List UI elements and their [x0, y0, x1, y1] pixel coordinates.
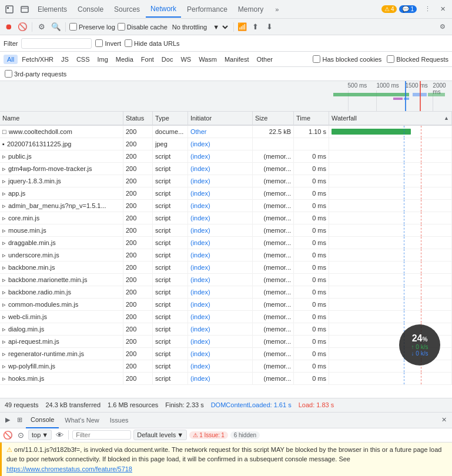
- table-row[interactable]: ▹api-request.min.js200script(index)(memo…: [0, 336, 452, 348]
- throttle-select[interactable]: ▼: [209, 23, 230, 31]
- table-row[interactable]: ▹underscore.min.js200script(index)(memor…: [0, 249, 452, 262]
- console-filter-input[interactable]: [72, 430, 131, 440]
- toolbar-settings-icon[interactable]: ⚙: [436, 20, 450, 34]
- table-row[interactable]: ▹hooks.min.js200script(index)(memor...0 …: [0, 373, 452, 385]
- table-body[interactable]: □www.cooltechdoll.com200docume...Other22…: [0, 126, 452, 398]
- invert-label[interactable]: Invert: [95, 39, 121, 47]
- table-row[interactable]: ▹gtm4wp-form-move-tracker.js200script(in…: [0, 163, 452, 175]
- console-levels-button[interactable]: Default levels ▼: [133, 430, 187, 440]
- tab-performance[interactable]: Performance: [182, 1, 232, 18]
- download-button[interactable]: ⬇: [263, 21, 275, 33]
- alert-badge-blue[interactable]: 💬 1: [399, 5, 417, 13]
- record-button[interactable]: ⏺: [2, 21, 14, 33]
- col-header-initiator[interactable]: Initiator: [188, 112, 253, 125]
- waterfall-dcl-line: [404, 286, 404, 298]
- type-btn-other[interactable]: Other: [253, 55, 276, 64]
- col-header-waterfall[interactable]: Waterfall ▲: [329, 112, 452, 125]
- console-expand-icon[interactable]: ▶: [2, 415, 13, 425]
- console-top-button[interactable]: top ▼: [28, 430, 52, 440]
- cell-time: 0 ms: [294, 163, 329, 175]
- type-btn-js[interactable]: JS: [58, 55, 72, 64]
- console-tab-issues[interactable]: Issues: [105, 412, 133, 428]
- alert-badge-yellow[interactable]: ⚠ 4: [381, 5, 397, 13]
- console-tab-console[interactable]: Console: [26, 412, 59, 428]
- table-row[interactable]: ▹core.min.js200script(index)(memor...0 m…: [0, 212, 452, 224]
- console-eye-button[interactable]: 👁: [54, 430, 65, 440]
- type-btn-img[interactable]: Img: [94, 55, 112, 64]
- cell-initiator: (index): [188, 237, 253, 249]
- tab-sources[interactable]: Sources: [109, 1, 145, 18]
- preserve-log-checkbox[interactable]: [69, 23, 77, 31]
- table-row[interactable]: ▹backbone.radio.min.js200script(index)(m…: [0, 286, 452, 299]
- has-blocked-checkbox[interactable]: [313, 55, 320, 63]
- table-row[interactable]: ▹wp-polyfill.min.js200script(index)(memo…: [0, 360, 452, 373]
- type-btn-doc[interactable]: Doc: [158, 55, 177, 64]
- col-header-time[interactable]: Time: [294, 112, 329, 125]
- table-row[interactable]: ▹mouse.min.js200script(index)(memor...0 …: [0, 224, 452, 237]
- table-row[interactable]: ▹regenerator-runtime.min.js200script(ind…: [0, 348, 452, 360]
- table-row[interactable]: ▹app.js200script(index)(memor...0 ms: [0, 187, 452, 200]
- stop-button[interactable]: 🚫: [16, 21, 28, 33]
- hide-data-urls-label[interactable]: Hide data URLs: [125, 39, 180, 47]
- ruler-1000ms: 1000 ms: [376, 82, 399, 89]
- type-btn-css[interactable]: CSS: [73, 55, 93, 64]
- cell-name: ▹mouse.min.js: [0, 224, 123, 236]
- table-row[interactable]: ▹web-cli.min.js200script(index)(memor...…: [0, 311, 452, 323]
- third-party-checkbox[interactable]: [5, 70, 12, 78]
- close-devtools-icon[interactable]: ✕: [436, 2, 450, 16]
- disable-cache-checkbox[interactable]: [118, 23, 125, 31]
- hide-data-urls-checkbox[interactable]: [125, 39, 132, 47]
- search-button[interactable]: 🔍: [50, 21, 62, 33]
- col-header-name[interactable]: Name: [0, 112, 123, 125]
- blocked-requests-label[interactable]: Blocked Requests: [387, 55, 448, 63]
- upload-button[interactable]: ⬆: [249, 21, 261, 33]
- preserve-log-label[interactable]: Preserve log: [69, 23, 115, 31]
- table-row[interactable]: ▹dialog.min.js200script(index)(memor...0…: [0, 323, 452, 336]
- tab-elements[interactable]: Elements: [33, 1, 72, 18]
- col-header-size[interactable]: Size: [253, 112, 294, 125]
- issue-badge[interactable]: ⚠ 1 Issue: 1: [189, 431, 228, 439]
- type-btn-all[interactable]: All: [4, 55, 18, 64]
- table-row[interactable]: ▹admin_bar_menu.js?np_v=1.5.1...200scrip…: [0, 200, 452, 212]
- devtools-icon-1[interactable]: [2, 2, 16, 16]
- tab-memory[interactable]: Memory: [233, 1, 268, 18]
- type-btn-wasm[interactable]: Wasm: [195, 55, 220, 64]
- type-btn-fetch[interactable]: Fetch/XHR: [18, 55, 57, 64]
- col-header-status[interactable]: Status: [123, 112, 153, 125]
- filter-button[interactable]: ⚙: [36, 21, 48, 33]
- has-blocked-label[interactable]: Has blocked cookies: [313, 55, 381, 63]
- table-row[interactable]: ▹draggable.min.js200script(index)(memor.…: [0, 237, 452, 249]
- waterfall-load-line: [421, 224, 421, 236]
- filter-input[interactable]: [21, 38, 92, 49]
- table-row[interactable]: ▹backbone.marionette.min.js200script(ind…: [0, 274, 452, 286]
- tab-console[interactable]: Console: [73, 1, 108, 18]
- tab-more[interactable]: »: [270, 1, 283, 18]
- console-clear-button[interactable]: 🚫: [2, 430, 13, 440]
- settings-icon[interactable]: ⋮: [420, 2, 434, 16]
- table-row[interactable]: □www.cooltechdoll.com200docume...Other22…: [0, 126, 452, 138]
- console-icon[interactable]: ⊞: [14, 415, 25, 425]
- console-toggle-button[interactable]: ⊙: [15, 430, 26, 440]
- sort-arrow-icon: ▲: [444, 115, 449, 121]
- devtools-icon-2[interactable]: [18, 2, 32, 16]
- type-btn-font[interactable]: Font: [138, 55, 158, 64]
- third-party-label[interactable]: 3rd-party requests: [5, 70, 66, 78]
- tab-network[interactable]: Network: [146, 1, 181, 18]
- blocked-requests-checkbox[interactable]: [387, 55, 394, 63]
- type-btn-manifest[interactable]: Manifest: [221, 55, 253, 64]
- table-row[interactable]: ▪20200716131122​5.jpg200jpeg(index): [0, 138, 452, 150]
- disable-cache-label[interactable]: Disable cache: [118, 23, 168, 31]
- script-icon: ▹: [2, 252, 6, 259]
- type-btn-ws[interactable]: WS: [177, 55, 195, 64]
- console-message-link[interactable]: https://www.chromestatus.com/feature/571…: [6, 465, 132, 472]
- invert-checkbox[interactable]: [95, 39, 103, 47]
- col-header-type[interactable]: Type: [153, 112, 188, 125]
- console-tab-whats-new[interactable]: What's New: [60, 412, 103, 428]
- table-row[interactable]: ▹public.js200script(index)(memor...0 ms: [0, 150, 452, 163]
- table-row[interactable]: ▹jquery-1.8.3.min.js200script(index)(mem…: [0, 175, 452, 187]
- console-close-icon[interactable]: ✕: [438, 414, 450, 426]
- type-btn-media[interactable]: Media: [112, 55, 137, 64]
- table-row[interactable]: ▹backbone.min.js200script(index)(memor..…: [0, 262, 452, 274]
- cell-initiator: (index): [188, 274, 253, 286]
- table-row[interactable]: ▹common-modules.min.js200script(index)(m…: [0, 299, 452, 311]
